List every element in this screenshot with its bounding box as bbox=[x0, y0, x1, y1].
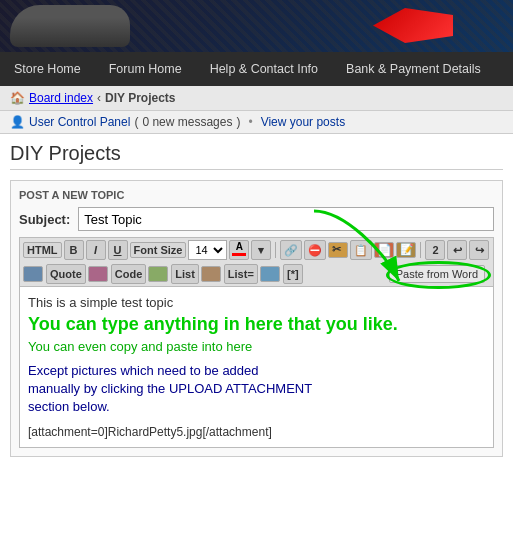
editor-line-5: [attachment=0]RichardPetty5.jpg[/attachm… bbox=[28, 425, 485, 439]
divider1 bbox=[275, 242, 276, 258]
color-letter: A bbox=[236, 241, 243, 252]
toolbar-row1: HTML B I U Font Size 81012141618 A ▾ 🔗 ⛔… bbox=[19, 237, 494, 262]
header-banner bbox=[0, 0, 513, 52]
breadcrumb: 🏠 Board index ‹ DIY Projects bbox=[0, 86, 513, 111]
user-bar: 👤 User Control Panel (0 new messages) • … bbox=[0, 111, 513, 134]
scissors-icon[interactable]: ✂ bbox=[328, 242, 348, 258]
special-button[interactable]: [*] bbox=[283, 264, 303, 284]
redo-button[interactable]: ↪ bbox=[469, 240, 489, 260]
breadcrumb-separator: ‹ bbox=[97, 91, 101, 105]
message-count-value: 0 new messages bbox=[142, 115, 232, 129]
nav-store-home[interactable]: Store Home bbox=[0, 52, 95, 86]
italic-button[interactable]: I bbox=[86, 240, 106, 260]
quote-button[interactable]: Quote bbox=[46, 264, 86, 284]
editor-line-1: This is a simple test topic bbox=[28, 295, 485, 310]
list-button[interactable]: List bbox=[171, 264, 199, 284]
bold-button[interactable]: B bbox=[64, 240, 84, 260]
num2-button[interactable]: 2 bbox=[425, 240, 445, 260]
underline-button[interactable]: U bbox=[108, 240, 128, 260]
user-icon: 👤 bbox=[10, 115, 25, 129]
post-section: POST A NEW TOPIC Subject: HTML B I U Fon… bbox=[10, 180, 503, 457]
code-icon bbox=[88, 266, 108, 282]
brand-graphic bbox=[373, 8, 453, 43]
dropdown-color[interactable]: ▾ bbox=[251, 240, 271, 260]
link-button[interactable]: 🔗 bbox=[280, 240, 302, 260]
divider2 bbox=[420, 242, 421, 258]
page-content: DIY Projects POST A NEW TOPIC Subject: H… bbox=[0, 134, 513, 465]
code-button[interactable]: Code bbox=[111, 264, 147, 284]
nav-forum-home[interactable]: Forum Home bbox=[95, 52, 196, 86]
editor-line-3: You can even copy and paste into here bbox=[28, 339, 485, 354]
unlink-button[interactable]: ⛔ bbox=[304, 240, 326, 260]
color-button[interactable]: A bbox=[229, 240, 249, 260]
paste-from-word-button[interactable]: Paste from Word bbox=[389, 265, 485, 283]
home-icon: 🏠 bbox=[10, 91, 25, 105]
breadcrumb-home-link[interactable]: Board index bbox=[29, 91, 93, 105]
page-title: DIY Projects bbox=[10, 142, 503, 170]
car-graphic bbox=[10, 5, 130, 47]
toolbar-row2: Quote Code List List= [*] Paste from Wor… bbox=[19, 262, 494, 286]
user-control-panel-link[interactable]: User Control Panel bbox=[29, 115, 130, 129]
subject-label: Subject: bbox=[19, 212, 70, 227]
list-num-icon bbox=[201, 266, 221, 282]
editor-area[interactable]: This is a simple test topic You can type… bbox=[19, 286, 494, 448]
nav-help[interactable]: Help & Contact Info bbox=[196, 52, 332, 86]
undo-button[interactable]: ↩ bbox=[447, 240, 467, 260]
subject-input[interactable] bbox=[78, 207, 494, 231]
quote-icon bbox=[23, 266, 43, 282]
message-count: ( bbox=[134, 115, 138, 129]
fontsize-select[interactable]: 81012141618 bbox=[188, 240, 227, 260]
paste-button[interactable]: 📄 bbox=[374, 242, 394, 258]
nav-bank[interactable]: Bank & Payment Details bbox=[332, 52, 495, 86]
color-underline bbox=[232, 253, 246, 256]
editor-line-2: You can type anything in here that you l… bbox=[28, 314, 485, 335]
user-bar-separator: • bbox=[248, 115, 252, 129]
subject-row: Subject: bbox=[19, 207, 494, 231]
paste2-button[interactable]: 📝 bbox=[396, 242, 416, 258]
html-button[interactable]: HTML bbox=[23, 242, 62, 258]
breadcrumb-current: DIY Projects bbox=[105, 91, 175, 105]
editor-line-4: Except pictures which need to be addedma… bbox=[28, 362, 485, 417]
copy-button[interactable]: 📋 bbox=[350, 240, 372, 260]
top-nav: Store Home Forum Home Help & Contact Inf… bbox=[0, 52, 513, 86]
img-icon bbox=[260, 266, 280, 282]
list-icon bbox=[148, 266, 168, 282]
fontsize-label: Font Size bbox=[130, 242, 187, 258]
list-num-button[interactable]: List= bbox=[224, 264, 258, 284]
view-posts-link[interactable]: View your posts bbox=[261, 115, 346, 129]
post-section-label: POST A NEW TOPIC bbox=[19, 189, 494, 201]
editor-wrapper: This is a simple test topic You can type… bbox=[19, 286, 494, 448]
